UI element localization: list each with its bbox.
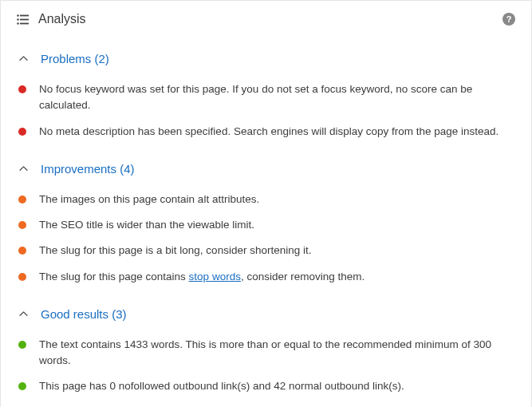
item-text: This page has 0 nofollowed internal link… bbox=[39, 405, 514, 408]
status-bullet-green bbox=[18, 341, 26, 349]
svg-rect-3 bbox=[20, 18, 29, 20]
list-item: This page has 0 nofollowed internal link… bbox=[17, 400, 515, 408]
section-problems: Problems (2)No focus keyword was set for… bbox=[17, 49, 515, 144]
analysis-panel: Analysis ? Problems (2)No focus keyword … bbox=[0, 0, 532, 407]
list-item: The slug for this page is a bit long, co… bbox=[17, 238, 515, 263]
section-toggle-improvements[interactable]: Improvements (4) bbox=[18, 159, 515, 179]
item-text: The images on this page contain alt attr… bbox=[39, 192, 514, 207]
sections-container: Problems (2)No focus keyword was set for… bbox=[1, 31, 531, 407]
item-text: No meta description has been specified. … bbox=[39, 124, 514, 140]
status-bullet-orange bbox=[18, 247, 26, 255]
item-text: The slug for this page contains stop wor… bbox=[39, 269, 514, 285]
section-good: Good results (3)The text contains 1433 w… bbox=[17, 304, 515, 407]
chevron-up-icon bbox=[18, 164, 28, 173]
svg-rect-5 bbox=[20, 22, 29, 24]
list-item: No focus keyword was set for this page. … bbox=[17, 77, 515, 119]
stop-words-link[interactable]: stop words bbox=[189, 271, 241, 283]
list-item: The text contains 1433 words. This is mo… bbox=[17, 332, 515, 374]
section-title: Problems (2) bbox=[41, 52, 109, 65]
item-text: No focus keyword was set for this page. … bbox=[39, 81, 514, 114]
status-bullet-orange bbox=[18, 221, 26, 229]
list-item: The slug for this page contains stop wor… bbox=[17, 264, 515, 290]
section-title: Good results (3) bbox=[41, 307, 127, 321]
status-bullet-green bbox=[18, 382, 26, 390]
list-item: The SEO title is wider than the viewable… bbox=[17, 212, 515, 238]
item-text-before: The slug for this page contains bbox=[39, 271, 189, 283]
chevron-up-icon bbox=[18, 309, 28, 318]
status-bullet-orange bbox=[18, 273, 26, 281]
item-text: This page has 0 nofollowed outbound link… bbox=[39, 378, 514, 394]
item-text-after: , consider removing them. bbox=[241, 271, 365, 283]
panel-title: Analysis bbox=[38, 12, 493, 26]
section-title: Improvements (4) bbox=[41, 162, 135, 176]
chevron-up-icon bbox=[18, 54, 28, 64]
section-toggle-problems[interactable]: Problems (2) bbox=[18, 49, 515, 69]
list-item: This page has 0 nofollowed outbound link… bbox=[17, 373, 515, 399]
section-toggle-good[interactable]: Good results (3) bbox=[18, 304, 515, 324]
status-bullet-red bbox=[18, 85, 26, 93]
section-items: The text contains 1433 words. This is mo… bbox=[17, 332, 515, 407]
section-items: The images on this page contain alt attr… bbox=[17, 187, 515, 290]
status-bullet-orange bbox=[18, 196, 26, 204]
svg-point-2 bbox=[17, 18, 18, 20]
list-item: The images on this page contain alt attr… bbox=[17, 187, 515, 212]
section-improvements: Improvements (4)The images on this page … bbox=[17, 159, 515, 290]
svg-rect-1 bbox=[20, 14, 29, 16]
item-text: The slug for this page is a bit long, co… bbox=[39, 243, 514, 259]
section-items: No focus keyword was set for this page. … bbox=[17, 77, 515, 144]
list-item: No meta description has been specified. … bbox=[17, 119, 515, 144]
item-text: The text contains 1433 words. This is mo… bbox=[39, 337, 514, 369]
help-icon[interactable]: ? bbox=[502, 13, 515, 26]
svg-point-4 bbox=[17, 22, 18, 24]
list-icon bbox=[17, 14, 29, 25]
status-bullet-red bbox=[18, 128, 26, 136]
item-text: The SEO title is wider than the viewable… bbox=[39, 217, 514, 233]
svg-point-0 bbox=[17, 14, 18, 16]
panel-header: Analysis ? bbox=[1, 1, 531, 31]
